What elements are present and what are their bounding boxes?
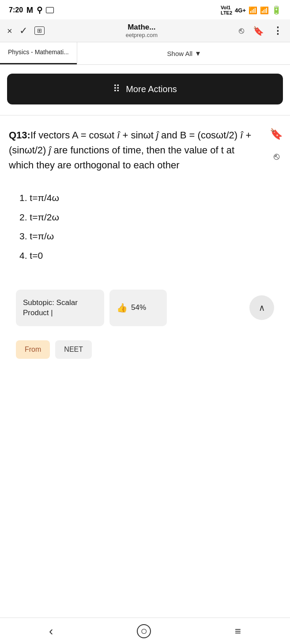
option-1[interactable]: 1. t=π/4ω (19, 190, 281, 205)
subtopic-card: Subtopic: Scalar Product | (16, 290, 104, 327)
menu-button[interactable]: ≡ (221, 622, 255, 641)
question-action-icons: 🔖 ⎋ (270, 128, 283, 162)
cast-icon (46, 7, 54, 13)
status-bar: 7:20 M ⚲ Vol1LTE2 4G+ 📶 📶 🔋 (0, 0, 290, 19)
option-1-number: 1. (19, 193, 27, 203)
back-button[interactable]: ‹ (35, 621, 67, 642)
question-text: Q13:If vectors A = cosωt î + sinωt ĵ and… (9, 128, 281, 173)
volte-label: Vol1LTE2 (221, 5, 232, 15)
browser-url: eetprep.com (126, 32, 158, 38)
network-speed: 4G+ (235, 7, 246, 14)
neet-badge: NEET (55, 340, 92, 359)
share-icon[interactable]: ⎋ (239, 26, 244, 36)
thumbs-up-icon: 👍 (117, 302, 128, 313)
browser-action-icons: ⎋ 🔖 ⋮ (239, 25, 283, 37)
option-3-text: t=π/ω (30, 231, 54, 241)
close-button[interactable]: × (7, 26, 12, 35)
check-button[interactable]: ✓ (19, 26, 27, 36)
location-icon: ⚲ (37, 5, 42, 15)
more-actions-label: More Actions (126, 84, 177, 94)
like-percent: 54% (131, 303, 146, 312)
signal-icon1: 📶 (249, 6, 257, 15)
more-actions-button[interactable]: ⠿ More Actions (7, 74, 283, 104)
option-3-number: 3. (19, 231, 27, 241)
from-badge: From (16, 340, 50, 359)
options-list: 1. t=π/4ω 2. t=π/2ω 3. t=π/ω 4. t=0 (9, 190, 281, 263)
signal-icon2: 📶 (260, 6, 269, 15)
more-actions-icon: ⠿ (113, 83, 120, 95)
status-time: 7:20 M ⚲ (9, 5, 54, 15)
nav-bar: ‹ ○ ≡ (0, 618, 290, 644)
option-2-number: 2. (19, 212, 27, 222)
status-right-icons: Vol1LTE2 4G+ 📶 📶 🔋 (221, 5, 281, 15)
scroll-top-button[interactable]: ∧ (249, 295, 274, 320)
question-area: 🔖 ⎋ Q13:If vectors A = cosωt î + sinωt ĵ… (0, 115, 290, 368)
option-4-text: t=0 (30, 250, 43, 261)
like-card: 👍 54% (109, 290, 167, 327)
tab-physics-math[interactable]: Physics - Mathemati... (0, 42, 77, 64)
tabs-button[interactable]: ⊞ (34, 26, 45, 35)
chevron-up-icon: ∧ (259, 302, 265, 313)
subtopic-text: Subtopic: Scalar Product | (23, 298, 78, 317)
browser-title: Mathe... (128, 23, 155, 32)
mail-icon: M (26, 6, 33, 15)
home-button[interactable]: ○ (137, 624, 151, 638)
battery-icon: 🔋 (271, 5, 281, 15)
option-4[interactable]: 4. t=0 (19, 248, 281, 263)
browser-chrome: × ✓ ⊞ Mathe... eetprep.com ⎋ 🔖 ⋮ (0, 19, 290, 42)
option-2[interactable]: 2. t=π/2ω (19, 210, 281, 225)
tab-show-all[interactable]: Show All ▾ (77, 42, 290, 64)
from-neet-row: From NEET (9, 333, 281, 359)
option-1-text: t=π/4ω (30, 193, 59, 203)
bottom-info-row: Subtopic: Scalar Product | 👍 54% ∧ (9, 290, 281, 327)
bookmark-icon[interactable]: 🔖 (253, 26, 264, 36)
tab-bar: Physics - Mathemati... Show All ▾ (0, 42, 290, 65)
more-options-icon[interactable]: ⋮ (273, 25, 283, 37)
question-number: Q13: (9, 130, 30, 141)
more-actions-section: ⠿ More Actions (0, 65, 290, 115)
neet-label: NEET (64, 346, 83, 353)
chevron-down-icon: ▾ (196, 48, 200, 58)
bookmark-question-icon[interactable]: 🔖 (270, 128, 283, 140)
share-question-icon[interactable]: ⎋ (274, 151, 279, 162)
option-3[interactable]: 3. t=π/ω (19, 229, 281, 244)
from-label: From (25, 346, 41, 353)
url-block: Mathe... eetprep.com (52, 23, 232, 38)
option-4-number: 4. (19, 250, 27, 261)
option-2-text: t=π/2ω (30, 212, 59, 222)
